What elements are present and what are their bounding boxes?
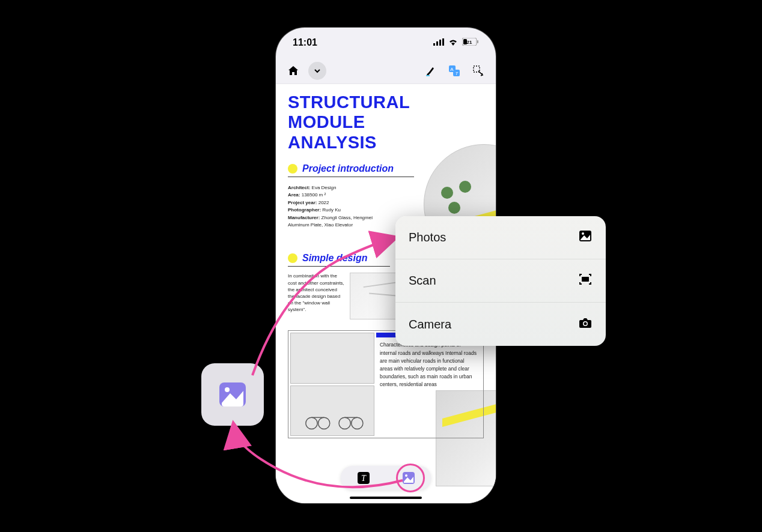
svg-text:21: 21: [467, 40, 472, 45]
insert-button[interactable]: [469, 62, 487, 80]
menu-item-photos[interactable]: Photos: [395, 216, 606, 259]
menu-item-scan[interactable]: Scan: [395, 259, 606, 303]
image-icon: [217, 379, 248, 410]
bullet-icon: [288, 253, 297, 263]
section-title: Project introduction: [302, 163, 394, 174]
svg-point-26: [584, 322, 587, 325]
svg-rect-3: [442, 38, 444, 46]
home-indicator: [350, 497, 422, 499]
section-title: Simple design: [302, 253, 367, 264]
svg-rect-5: [477, 40, 478, 43]
text-tool-button[interactable]: T: [356, 470, 371, 486]
highlighter-button[interactable]: [421, 62, 439, 80]
figure-cell: [290, 333, 374, 384]
insert-image-menu: Photos Scan Camera: [395, 216, 606, 346]
top-toolbar: AT: [276, 58, 496, 84]
menu-item-camera[interactable]: Camera: [395, 303, 606, 346]
svg-point-14: [306, 417, 317, 429]
svg-rect-8: [426, 75, 430, 76]
menu-label: Camera: [409, 318, 451, 331]
home-button[interactable]: [284, 62, 302, 80]
translate-button[interactable]: AT: [445, 62, 463, 80]
project-meta: Architect: Eva Design Area: 138500 m ² P…: [288, 184, 390, 229]
page-title: STRUCTURAL MODULE ANALYSIS: [288, 92, 432, 153]
section-body: In combination with the cost and other c…: [288, 273, 345, 319]
figure-caption: Characteristics and design points of int…: [376, 337, 481, 392]
svg-point-16: [339, 417, 350, 429]
bullet-icon: [288, 164, 297, 174]
photo-icon: [578, 229, 593, 246]
svg-point-28: [225, 387, 230, 392]
menu-label: Photos: [409, 231, 446, 244]
status-bar: 11:01 21: [276, 28, 496, 58]
chevron-down-button[interactable]: [308, 62, 326, 80]
battery-icon: 21: [462, 37, 479, 48]
menu-label: Scan: [409, 274, 436, 288]
bottom-toolbar: T: [341, 466, 431, 490]
scan-icon: [578, 272, 593, 289]
camera-icon: [578, 316, 593, 333]
svg-text:T: T: [361, 474, 367, 483]
svg-rect-0: [433, 43, 435, 46]
figure-grid: Characteristics and design points of int…: [288, 330, 484, 438]
image-tool-tile: [201, 363, 264, 426]
svg-text:A: A: [450, 67, 454, 72]
svg-point-23: [582, 232, 584, 235]
section-heading-simple-design: Simple design: [288, 253, 390, 267]
svg-point-17: [352, 417, 363, 429]
svg-rect-1: [436, 41, 438, 46]
svg-point-15: [319, 417, 330, 429]
section-heading-project-introduction: Project introduction: [288, 163, 414, 177]
clock: 11:01: [293, 37, 317, 48]
wifi-icon: [448, 37, 459, 48]
svg-rect-24: [582, 277, 589, 282]
figure-cell: [290, 385, 374, 437]
cellular-icon: [433, 37, 444, 48]
svg-rect-2: [439, 40, 441, 46]
annotation-highlight-circle: [396, 464, 425, 492]
svg-text:T: T: [456, 71, 459, 76]
